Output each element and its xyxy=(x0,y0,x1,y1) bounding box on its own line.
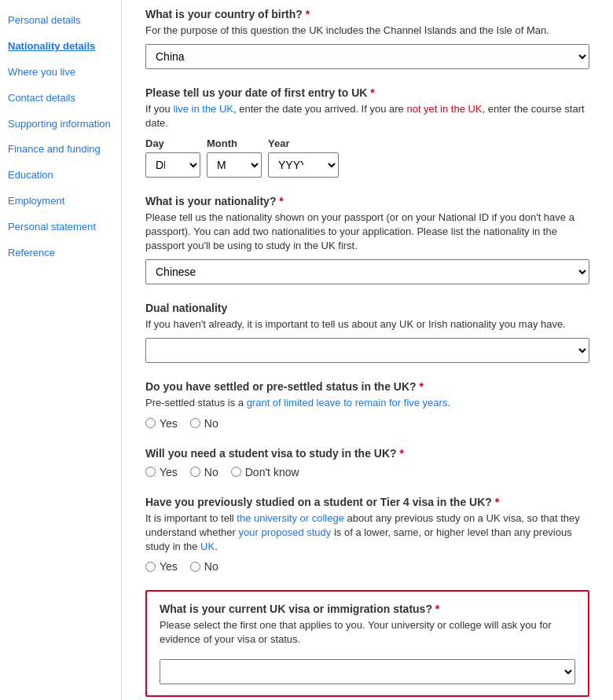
nationality-select[interactable]: Chinese xyxy=(145,259,589,284)
dual-nationality-label: Dual nationality xyxy=(145,302,589,314)
sidebar-item-supporting-information[interactable]: Supporting information xyxy=(0,112,121,137)
nationality-hint: Please tell us the nationality shown on … xyxy=(145,211,589,254)
country-of-birth-hint: For the purpose of this question the UK … xyxy=(145,24,589,38)
month-select[interactable]: MM ▾ xyxy=(207,152,262,178)
sidebar-item-reference[interactable]: Reference xyxy=(0,240,121,266)
sidebar-item-finance-and-funding[interactable]: Finance and funding xyxy=(0,137,121,163)
required-marker: * xyxy=(495,496,499,508)
previously-studied-label: Have you previously studied on a student… xyxy=(145,496,589,508)
dual-nationality-section: Dual nationality If you haven't already,… xyxy=(145,302,589,363)
dual-nationality-hint: If you haven't already, it is important … xyxy=(145,317,589,332)
country-of-birth-section: What is your country of birth? * For the… xyxy=(145,8,589,69)
uk-visa-status-box: What is your current UK visa or immigrat… xyxy=(145,590,589,697)
country-of-birth-select[interactable]: China xyxy=(145,44,589,69)
student-visa-yes[interactable]: Yes xyxy=(145,466,178,478)
student-visa-label: Will you need a student visa to study in… xyxy=(145,447,589,460)
previously-studied-no[interactable]: No xyxy=(190,560,218,573)
sidebar-item-nationality-details[interactable]: Nationality details xyxy=(0,34,121,60)
required-marker: * xyxy=(279,195,283,207)
month-label: Month xyxy=(207,137,262,149)
year-select[interactable]: YYYY ▾ xyxy=(268,152,339,178)
nationality-label: What is your nationality? * xyxy=(145,195,589,207)
country-of-birth-label: What is your country of birth? * xyxy=(145,8,589,20)
date-of-first-entry-section: Please tell us your date of first entry … xyxy=(145,86,589,177)
date-of-first-entry-hint: If you live in the UK, enter the date yo… xyxy=(145,102,589,130)
previously-studied-hint: It is important to tell the university o… xyxy=(145,511,589,555)
uk-visa-status-label: What is your current UK visa or immigrat… xyxy=(160,603,575,615)
required-marker: * xyxy=(399,447,403,460)
sidebar-item-where-you-live[interactable]: Where you live xyxy=(0,60,121,86)
required-marker: * xyxy=(306,8,310,20)
previously-studied-section: Have you previously studied on a student… xyxy=(145,496,589,574)
settled-status-label: Do you have settled or pre-settled statu… xyxy=(145,380,589,393)
dual-nationality-select[interactable] xyxy=(145,338,589,363)
year-field: Year YYYY ▾ xyxy=(268,137,339,178)
student-visa-options: Yes No Don't know xyxy=(145,466,589,478)
required-marker: * xyxy=(370,86,374,99)
settled-status-yes[interactable]: Yes xyxy=(145,417,178,430)
settled-status-options: Yes No xyxy=(145,417,589,430)
sidebar: Personal details Nationality details Whe… xyxy=(0,0,122,700)
uk-visa-status-hint: Please select the first one that applies… xyxy=(160,618,575,647)
previously-studied-options: Yes No xyxy=(145,560,589,573)
sidebar-item-contact-details[interactable]: Contact details xyxy=(0,86,121,112)
date-of-first-entry-inputs: Day DD ▾ Month MM ▾ Year YYYY ▾ xyxy=(145,137,589,178)
day-select[interactable]: DD ▾ xyxy=(145,152,200,178)
uk-visa-status-select[interactable] xyxy=(160,659,575,684)
previously-studied-yes[interactable]: Yes xyxy=(145,560,178,573)
year-label: Year xyxy=(268,137,339,149)
sidebar-item-education[interactable]: Education xyxy=(0,163,121,189)
student-visa-dont-know[interactable]: Don't know xyxy=(231,466,299,478)
day-label: Day xyxy=(145,137,200,149)
required-marker: * xyxy=(435,603,439,615)
settled-status-hint: Pre-settled status is a grant of limited… xyxy=(145,396,589,410)
settled-status-section: Do you have settled or pre-settled statu… xyxy=(145,380,589,429)
nationality-section: What is your nationality? * Please tell … xyxy=(145,195,589,285)
required-marker: * xyxy=(420,380,424,393)
day-field: Day DD ▾ xyxy=(145,137,200,178)
date-of-first-entry-label: Please tell us your date of first entry … xyxy=(145,86,589,99)
student-visa-section: Will you need a student visa to study in… xyxy=(145,447,589,478)
sidebar-item-employment[interactable]: Employment xyxy=(0,189,121,214)
settled-status-no[interactable]: No xyxy=(190,417,218,430)
sidebar-item-personal-statement[interactable]: Personal statement xyxy=(0,214,121,240)
main-content: What is your country of birth? * For the… xyxy=(122,0,613,700)
student-visa-no[interactable]: No xyxy=(190,466,218,478)
sidebar-item-personal-details[interactable]: Personal details xyxy=(0,8,121,34)
month-field: Month MM ▾ xyxy=(207,137,262,178)
